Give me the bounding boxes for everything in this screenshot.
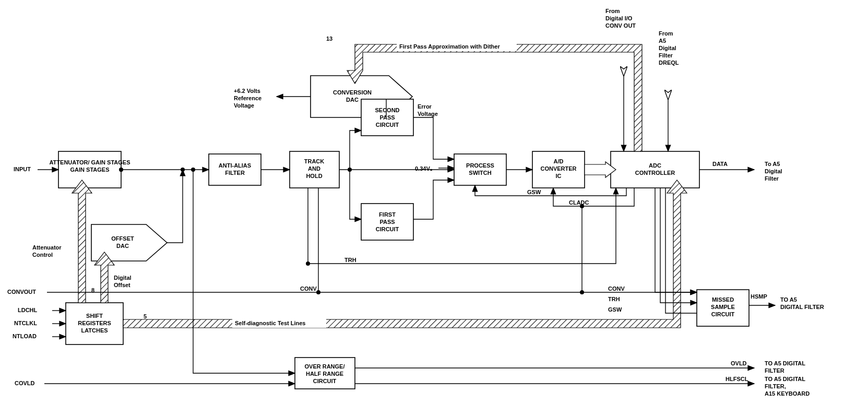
svg-text:DigitalOffset: DigitalOffset bbox=[114, 275, 132, 288]
label-data-dest: To A5 bbox=[765, 161, 780, 167]
label-ntclkl: NTCLKL bbox=[14, 320, 37, 326]
svg-text:MISSEDSAMPLECIRCUIT: MISSEDSAMPLECIRCUIT bbox=[711, 296, 735, 317]
block-missed-sample: MISSEDSAMPLECIRCUIT bbox=[697, 290, 749, 326]
label-034v: 0.34Vₒ bbox=[415, 165, 433, 172]
svg-text:FromA5DigitalFilterDREQL: FromA5DigitalFilterDREQL bbox=[659, 30, 679, 66]
block-attenuator: ATTENUATOR/ GAIN STAGESGAIN STAGES bbox=[49, 151, 130, 188]
label-from-a5: From bbox=[659, 30, 673, 37]
label-from-dio: From bbox=[605, 8, 620, 14]
label-conv-2: CONV bbox=[608, 286, 625, 292]
label-ntload: NTLOAD bbox=[13, 333, 37, 339]
block-over-range: OVER RANGE/HALF RANGECIRCUIT bbox=[295, 358, 355, 389]
label-trh-2: TRH bbox=[608, 296, 620, 302]
label-hsmp: HSMP bbox=[751, 293, 767, 300]
block-track-hold: TRACKANDHOLD bbox=[290, 151, 339, 188]
label-hlfscl: HLFSCL bbox=[726, 376, 748, 382]
label-ref-voltage: +6.2 Volts bbox=[234, 88, 260, 94]
label-digital-offset: Digital bbox=[114, 275, 132, 281]
label-hlfscl-dest: TO A5 DIGITAL bbox=[765, 376, 805, 382]
label-ovld-dest: TO A5 DIGITAL bbox=[765, 360, 805, 366]
label-error-voltage: Error bbox=[418, 103, 432, 110]
svg-point-32 bbox=[348, 168, 352, 172]
label-input: INPUT bbox=[14, 166, 31, 172]
label-5: 5 bbox=[144, 313, 147, 319]
svg-text:ErrorVoltage: ErrorVoltage bbox=[418, 103, 438, 117]
block-anti-alias: ANTI-ALIASFILTER bbox=[209, 154, 261, 185]
label-trh: TRH bbox=[344, 257, 356, 263]
svg-text:+6.2 VoltsReferenceVoltage: +6.2 VoltsReferenceVoltage bbox=[234, 88, 261, 109]
label-convout: CONVOUT bbox=[7, 289, 36, 295]
svg-text:TO A5 DIGITALFILTER,A15 KEYBOA: TO A5 DIGITALFILTER,A15 KEYBOARD bbox=[765, 376, 810, 397]
svg-text:To A5DigitalFilter: To A5DigitalFilter bbox=[765, 161, 782, 182]
label-atten-control: Attenuator bbox=[32, 244, 62, 251]
bus-self-diagnostic bbox=[123, 180, 687, 328]
svg-text:TO A5 DIGITALFILTER: TO A5 DIGITALFILTER bbox=[765, 360, 805, 374]
block-process-switch: PROCESSSWITCH bbox=[454, 154, 506, 185]
label-self-diag: Self-diagnostic Test Lines bbox=[235, 320, 306, 326]
label-covld: COVLD bbox=[15, 380, 35, 386]
block-first-pass: FIRSTPASSCIRCUIT bbox=[361, 204, 413, 240]
label-ovld: OVLD bbox=[731, 360, 747, 366]
attenuator-label: ATTENUATOR/ GAIN STAGES bbox=[49, 159, 130, 165]
label-first-pass-dither: First Pass Approximation with Dither bbox=[399, 43, 500, 50]
svg-point-45 bbox=[191, 168, 195, 172]
svg-point-38 bbox=[580, 204, 584, 208]
svg-text:FromDigital I/OCONV OUT: FromDigital I/OCONV OUT bbox=[605, 8, 636, 29]
svg-text:AttenuatorControl: AttenuatorControl bbox=[32, 244, 62, 258]
label-13: 13 bbox=[326, 35, 332, 42]
label-data: DATA bbox=[712, 161, 728, 167]
label-cladc: CLADC bbox=[569, 199, 589, 206]
label-gsw-2: GSW bbox=[608, 306, 622, 313]
block-adc-controller: ADCCONTROLLER bbox=[611, 151, 699, 188]
label-conv: CONV bbox=[300, 286, 317, 292]
bus-attenuator-control bbox=[72, 180, 92, 303]
svg-text:TO A5DIGITAL FILTER: TO A5DIGITAL FILTER bbox=[780, 296, 824, 310]
block-adc-ic: A/DCONVERTERIC bbox=[532, 151, 585, 188]
label-ldchl: LDCHL bbox=[18, 307, 38, 313]
label-gsw: GSW bbox=[527, 189, 541, 195]
block-second-pass: SECONDPASSCIRCUIT bbox=[361, 99, 413, 136]
label-hsmp-dest: TO A5 bbox=[780, 296, 797, 303]
block-shift-registers: SHIFTREGISTERSLATCHES bbox=[66, 303, 123, 344]
svg-point-35 bbox=[306, 262, 310, 266]
